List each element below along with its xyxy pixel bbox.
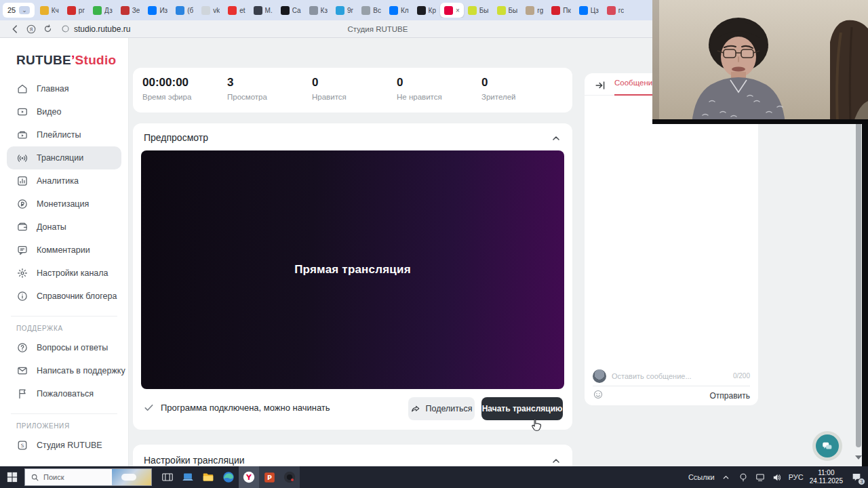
taskbar-app-edge[interactable] (218, 466, 239, 488)
send-message-button[interactable]: Отправить (709, 391, 750, 401)
volume-icon[interactable] (772, 472, 783, 483)
sidebar-item[interactable]: Справочник блогера (7, 285, 121, 308)
browser-tab[interactable]: × (440, 3, 464, 18)
clock[interactable]: 11:00 24.11.2025 (810, 469, 843, 486)
scrollbar-thumb[interactable] (856, 77, 861, 447)
links-toolbar[interactable]: Ссылки (688, 473, 715, 481)
browser-tab[interactable]: Дз (89, 3, 117, 18)
browser-tab[interactable]: Из (144, 3, 172, 18)
taskbar-app-yandex-browser[interactable]: Y (239, 466, 259, 488)
browser-tab[interactable]: Цз (575, 3, 603, 18)
chat-message-input[interactable]: Оставить сообщение... (612, 372, 728, 380)
browser-tab[interactable]: гс (603, 3, 628, 18)
share-button[interactable]: Поделиться (408, 397, 475, 420)
sidebar-item-icon (16, 83, 28, 95)
tab-favicon-icon (497, 6, 506, 15)
sidebar-divider (11, 316, 117, 317)
site-icon (61, 24, 70, 33)
sidebar-item-icon (16, 175, 28, 187)
sidebar-item[interactable]: Настройки канала (7, 262, 121, 285)
taskbar-app-taskview[interactable] (157, 466, 178, 488)
hidden-icons-chevron[interactable] (721, 472, 732, 483)
sidebar-item[interactable]: Вопросы и ответы (7, 336, 121, 359)
sidebar-item-icon (16, 244, 28, 256)
browser-tab[interactable]: et (224, 3, 249, 18)
browser-tab[interactable]: рг (63, 3, 89, 18)
svg-text:Я: Я (30, 26, 33, 32)
scrollbar-down-arrow[interactable] (855, 455, 862, 460)
collapse-panel-icon[interactable] (594, 79, 606, 92)
browser-tab[interactable]: Кр (413, 3, 440, 18)
tab-counter[interactable]: 25 ⌄ (3, 3, 35, 18)
stream-preview-player: Прямая трансляция (141, 150, 564, 389)
browser-tab[interactable]: Бы (493, 3, 522, 18)
sidebar-item-icon (16, 198, 28, 210)
taskbar-app-explorer[interactable] (198, 466, 218, 488)
emoji-icon[interactable] (593, 389, 604, 403)
browser-tab[interactable]: Кз (305, 3, 332, 18)
sidebar-item[interactable]: Монетизация (7, 192, 121, 216)
sidebar-item[interactable]: Аналитика (7, 169, 121, 192)
browser-tab[interactable]: vk (197, 3, 224, 18)
support-chat-button[interactable] (812, 431, 842, 461)
sidebar-item[interactable]: Пожаловаться (7, 382, 121, 405)
sidebar-item[interactable]: Плейлисты (7, 123, 121, 146)
stream-settings-title: Настройки трансляции (144, 455, 245, 466)
chevron-down-icon[interactable]: ⌄ (19, 6, 30, 14)
browser-tab[interactable]: 9г (332, 3, 357, 18)
sidebar-item[interactable]: Комментарии (7, 239, 121, 262)
browser-tab[interactable]: (б (172, 3, 197, 18)
stat-item: 0 Не нравится (397, 76, 481, 113)
browser-tab[interactable]: rg (521, 3, 547, 18)
check-icon (144, 403, 154, 413)
sidebar-item[interactable]: Трансляции (7, 146, 121, 169)
tab-favicon-icon (468, 6, 477, 15)
browser-tab[interactable]: Пк (547, 3, 575, 18)
browser-tab[interactable]: М. (250, 3, 277, 18)
browser-tab[interactable]: Кл (385, 3, 413, 18)
sidebar-item[interactable]: S Студия RUTUBE (7, 434, 121, 457)
reload-button[interactable] (39, 22, 56, 36)
browser-tab[interactable]: Зе (117, 3, 144, 18)
sidebar-nav: Главная Видео Плейлисты Трансляции (0, 77, 128, 308)
sidebar-item[interactable]: Видео (7, 100, 121, 123)
sidebar-item-icon (16, 290, 28, 302)
taskbar-search-input[interactable]: Поиск (24, 468, 152, 486)
stat-value: 0 (312, 76, 397, 89)
start-stream-button[interactable]: Начать трансляцию (481, 397, 563, 420)
svg-text:S: S (21, 443, 24, 449)
stream-stats-card: 00:00:00 Время эфира 3 Просмотра 0 Нрави… (133, 68, 572, 113)
browser-tab[interactable]: Са (277, 3, 305, 18)
taskbar-app-device[interactable] (178, 466, 198, 488)
start-button[interactable] (0, 466, 24, 488)
back-button[interactable] (7, 22, 23, 36)
sidebar-item[interactable]: Написать в поддержку (7, 359, 121, 382)
collapse-chevron-icon[interactable] (551, 133, 561, 144)
chat-input-row: Оставить сообщение... 0/200 (593, 366, 750, 386)
tab-messages[interactable]: Сообщения (614, 79, 656, 96)
stat-item: 00:00:00 Время эфира (142, 76, 227, 113)
sidebar-item[interactable]: Главная (7, 77, 121, 100)
weather-widget[interactable] (112, 469, 151, 486)
search-icon (31, 473, 39, 482)
sidebar-item-icon (16, 129, 28, 141)
tray-app-icon[interactable] (738, 472, 749, 483)
taskbar-app-powerpoint[interactable]: P (259, 466, 279, 488)
notification-center[interactable]: 3 (849, 470, 864, 485)
network-icon[interactable] (755, 472, 766, 483)
taskbar-app-camera[interactable] (279, 466, 300, 488)
protect-icon[interactable]: Я (23, 22, 39, 36)
chat-bubbles-icon (816, 434, 839, 458)
browser-tab[interactable]: Кч (36, 3, 63, 18)
language-indicator[interactable]: РУС (789, 473, 804, 481)
stat-value: 0 (397, 76, 481, 89)
browser-tab[interactable]: Бы (464, 3, 493, 18)
sidebar-item-icon (16, 365, 28, 377)
collapse-chevron-icon[interactable] (551, 455, 561, 466)
sidebar-item-icon (16, 221, 28, 233)
url-field[interactable]: studio.rutube.ru (61, 24, 130, 34)
sidebar-item[interactable]: Донаты (7, 216, 121, 239)
sidebar: RUTUBE’Studio Главная Видео Плейлисты (0, 38, 129, 466)
browser-tab[interactable]: Вс (357, 3, 385, 18)
stat-label: Не нравится (397, 93, 481, 101)
